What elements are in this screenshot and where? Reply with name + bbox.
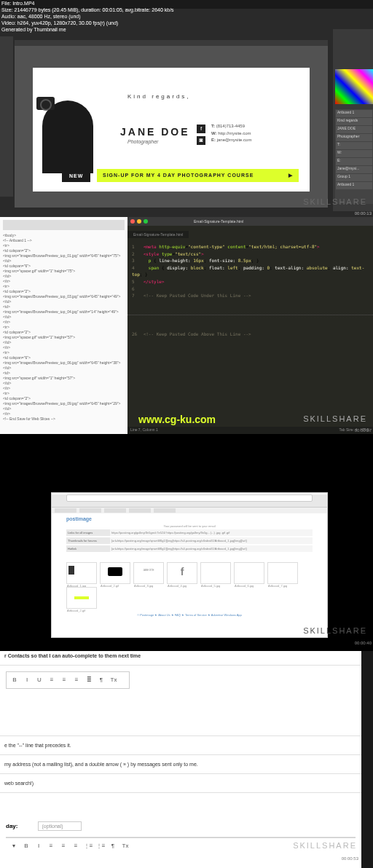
bookmark-item[interactable] (104, 508, 126, 513)
rte-button[interactable]: ≡ (47, 675, 57, 685)
layer-item[interactable]: T: (336, 142, 372, 149)
rte-button[interactable]: ≡ (71, 675, 82, 685)
rte-button[interactable]: ≡ (46, 841, 56, 851)
code-area[interactable]: 1 <meta http-equiv="content-type" conten… (127, 239, 373, 304)
camera-icon (36, 97, 55, 110)
thumbnail[interactable]: Artboard_2.gif (66, 587, 97, 609)
watermark: SKILLSHARE (303, 414, 367, 423)
bookmarks-bar[interactable] (52, 508, 327, 513)
gmail-settings[interactable]: r Contacts so that I can auto-complete t… (0, 651, 361, 868)
rte-button[interactable]: ⋮≡ (95, 841, 106, 851)
link-label: Thumbnails for forums (66, 537, 110, 544)
file-audio: Audio: aac, 48000 Hz, stereo (und) (1, 13, 174, 20)
layer-item[interactable]: W: (336, 150, 372, 157)
editor-tab[interactable]: Email-Signature-Template.html (127, 231, 189, 238)
file-generated: Generated by Thumbnail me (1, 26, 174, 33)
ps-panels[interactable]: Artboard 1 Kind regards JANE DOE Photogr… (333, 29, 373, 211)
thumbnail[interactable]: Artboard_2.gif (100, 562, 130, 584)
rte-button[interactable]: I (34, 841, 44, 851)
timestamp: 00:00:27 (355, 428, 372, 433)
layer-item[interactable]: Kind regards (336, 118, 372, 125)
bookmark-item[interactable] (55, 508, 76, 513)
watermark: SKILLSHARE (303, 197, 367, 206)
link-row: Links for all imageshttps://postimg.org/… (66, 529, 313, 536)
dark-sidebar (361, 651, 373, 868)
dw-tabs[interactable] (3, 220, 125, 230)
bookmark-item[interactable] (154, 508, 176, 513)
file-info-overlay: File: Intro.MP4 Size: 21446779 bytes (20… (1, 0, 174, 33)
contacts-option[interactable]: r Contacts so that I can auto-complete t… (0, 651, 361, 660)
footer-links[interactable]: © Postimage ★ About Us ★ FAQ ★ Terms of … (52, 613, 327, 617)
contact-info: T: (814)713-4459 W: http://mysite.com E:… (211, 123, 251, 144)
indicators-note: my address (not a mailing list), and a d… (0, 760, 361, 769)
layer-item[interactable]: Artboard 1 (336, 182, 372, 189)
layer-item[interactable]: JANE DOE (336, 126, 372, 133)
rte-button[interactable]: ≡ (59, 675, 69, 685)
rte-button[interactable]: ≡ (58, 841, 68, 851)
titlebar: Email-Signature-Template.html (127, 217, 373, 226)
dreamweaver-panel[interactable]: <tbody><!-- Artboard 1 --><tr> <td colsp… (0, 217, 127, 434)
signature-tagline: Kind regards, (127, 93, 191, 100)
layer-item[interactable]: Photographer (336, 134, 372, 141)
signature-note: e the "--" line that precedes it. (0, 741, 361, 750)
browser-frame: postimage Your password will be sent to … (0, 434, 373, 651)
sublime-editor[interactable]: Email-Signature-Template.html Email-Sign… (127, 217, 373, 434)
minimize-icon[interactable] (137, 219, 141, 224)
thumbnail[interactable]: Artboard_6.jpg (234, 562, 264, 584)
last-day-input[interactable]: (optional) (38, 821, 82, 831)
link-label: Hotlink (66, 545, 110, 552)
signature-name: JANE DOE (120, 126, 190, 138)
rte-button[interactable]: U (34, 675, 44, 685)
rte-button[interactable]: B (21, 841, 31, 851)
bookmark-item[interactable] (79, 508, 101, 513)
bookmark-item[interactable] (129, 508, 151, 513)
ruler-horizontal (15, 40, 328, 46)
code-comment: 26 <!-- Keep Pasted Code Above This Line… (127, 326, 373, 342)
instagram-icon: ◙ (197, 136, 205, 145)
layer-item[interactable]: E: (336, 158, 372, 165)
link-value[interactable]: [url=https://postimg.org/image/qnset6f0g… (110, 537, 313, 544)
thumbnail[interactable]: Artboard_7.jpg (267, 562, 298, 584)
link-row: Hotlink[url=https://postimg.org/image/qn… (66, 545, 313, 552)
rte-button[interactable]: Tx (120, 841, 130, 851)
rte-button[interactable]: ⋮≡ (83, 841, 93, 851)
file-name: File: Intro.MP4 (1, 0, 174, 7)
rte-button[interactable]: I (22, 675, 32, 685)
maximize-icon[interactable] (144, 219, 148, 224)
rte-button[interactable]: B (9, 675, 20, 685)
link-value[interactable]: https://postimg.org/gallery/3n5gm/c7e524… (110, 529, 313, 536)
rte-button[interactable]: ¶ (108, 841, 118, 851)
site-logo[interactable]: postimage (52, 513, 327, 524)
thumbnail[interactable]: fArtboard_4.jpg (167, 562, 197, 584)
thumbnail[interactable]: JANE DOEArtboard_3.jpg (133, 562, 164, 584)
ps-toolbar[interactable] (0, 36, 13, 197)
layer-item[interactable]: Jane@mysi... (336, 166, 372, 173)
thumbnail[interactable]: Artboard_5.jpg (200, 562, 231, 584)
address-bar[interactable] (66, 494, 313, 502)
watermark: SKILLSHARE (293, 841, 357, 850)
thumbnail[interactable]: Artboard_1.jpg (66, 562, 97, 584)
rte-button[interactable]: Tx (109, 675, 119, 685)
photographer-image (33, 86, 102, 173)
rte-button[interactable]: ≣ (84, 675, 94, 685)
layer-item[interactable]: Artboard 1 (336, 110, 372, 117)
layer-item[interactable]: Group 1 (336, 174, 372, 181)
watermark: SKILLSHARE (303, 626, 367, 635)
timestamp: 00:00:53 (342, 856, 358, 861)
close-icon[interactable] (130, 219, 135, 224)
facebook-icon: f (197, 125, 205, 133)
rte-button[interactable]: ¶ (96, 675, 106, 685)
link-label: Links for all images (66, 529, 110, 536)
play-icon: ▶ (288, 173, 293, 178)
layers-panel[interactable]: Artboard 1 Kind regards JANE DOE Photogr… (335, 109, 373, 204)
rte-button[interactable]: ▾ (9, 841, 19, 851)
window-title: Email-Signature-Template.html (194, 219, 243, 224)
signature-rte-toolbar[interactable]: BIU≡≡≡≣¶Tx (6, 671, 130, 689)
status-bar: Line 7, Column 1 Tab Size: 4 HTML (127, 427, 373, 434)
code-editor-frame: <tbody><!-- Artboard 1 --><tr> <td colsp… (0, 217, 373, 434)
ps-canvas[interactable]: Kind regards, JANE DOE Photographer f ◙ … (15, 40, 328, 208)
swatches-panel[interactable] (335, 69, 373, 104)
link-value[interactable]: [url=https://postimg.org/image/qnset6f0g… (110, 545, 313, 552)
artboard[interactable]: Kind regards, JANE DOE Photographer f ◙ … (33, 68, 310, 192)
rte-button[interactable]: ≡ (71, 841, 81, 851)
